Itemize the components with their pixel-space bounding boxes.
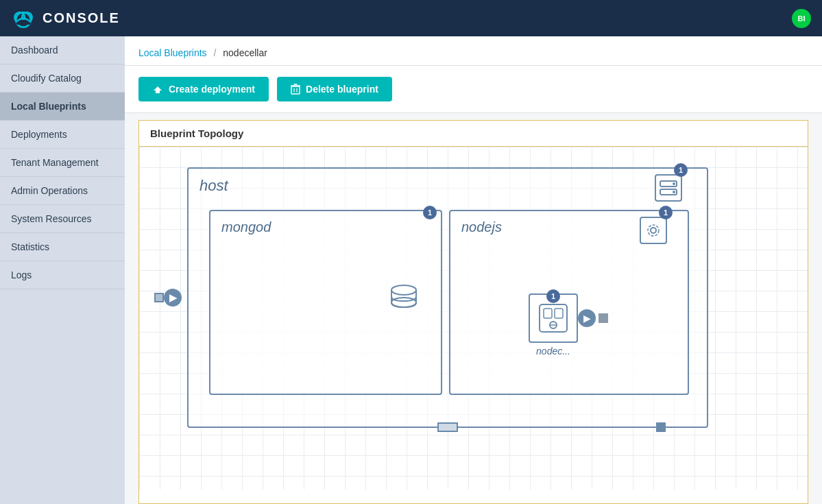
svg-point-10 — [391, 298, 416, 307]
svg-rect-15 — [555, 309, 563, 318]
nodecellar-badge: 1 — [546, 289, 560, 303]
sidebar: Dashboard Cloudify Catalog Local Bluepri… — [0, 36, 125, 504]
breadcrumb: Local Blueprints / nodecellar — [125, 36, 822, 66]
svg-point-11 — [651, 228, 656, 233]
breadcrumb-separator: / — [214, 47, 217, 58]
host-connector-left[interactable]: ▶ — [154, 289, 182, 307]
connector-square — [154, 293, 164, 302]
nodejs-badge: 1 — [659, 206, 673, 219]
main-layout: Dashboard Cloudify Catalog Local Bluepri… — [0, 36, 822, 504]
node-host[interactable]: host 1 ▶ — [187, 167, 708, 428]
delete-blueprint-button[interactable]: Delete blueprint — [277, 77, 392, 101]
trash-icon — [291, 84, 300, 95]
svg-rect-14 — [544, 309, 552, 318]
sidebar-item-deployments[interactable]: Deployments — [0, 121, 125, 149]
header: CONSOLE BI — [0, 0, 822, 36]
server-icon — [659, 178, 678, 197]
nodecellar-arrow[interactable]: ▶ — [578, 309, 596, 327]
sidebar-item-admin-operations[interactable]: Admin Operations — [0, 177, 125, 205]
header-title: CONSOLE — [43, 10, 120, 26]
mongod-icon — [387, 283, 420, 322]
cloud-logo-icon — [11, 6, 36, 31]
nodejs-icon-box — [640, 217, 667, 244]
gear-icon — [644, 221, 662, 239]
sidebar-item-cloudify-catalog[interactable]: Cloudify Catalog — [0, 64, 125, 93]
topology-section: Blueprint Topology host 1 — [138, 120, 808, 504]
deploy-icon — [152, 84, 163, 95]
host-icon-box — [655, 174, 682, 202]
user-badge[interactable]: BI — [792, 9, 811, 28]
nodecellar-icon-box: ▶ 1 — [529, 293, 578, 343]
topology-canvas[interactable]: host 1 ▶ — [139, 147, 808, 490]
svg-point-7 — [673, 182, 675, 185]
mongod-label: mongod — [221, 219, 271, 235]
node-nodejs[interactable]: nodejs 1 — [449, 210, 689, 395]
host-resize-handle[interactable] — [437, 422, 458, 432]
node-nodecellar[interactable]: ▶ 1 nodec... — [519, 293, 588, 369]
toolbar: Create deployment Delete blueprint — [125, 66, 822, 113]
nodejs-label: nodejs — [461, 219, 502, 235]
sidebar-item-local-blueprints[interactable]: Local Blueprints — [0, 93, 125, 121]
host-corner-handle[interactable] — [656, 422, 666, 432]
host-label: host — [200, 177, 228, 195]
nodecellar-right-square — [599, 313, 608, 323]
logo: CONSOLE — [11, 6, 120, 31]
content-area: Local Blueprints / nodecellar Create dep… — [125, 36, 822, 504]
svg-point-12 — [648, 225, 659, 236]
node-mongod[interactable]: mongod 1 — [209, 210, 442, 395]
topology-header: Blueprint Topology — [139, 121, 808, 147]
connector-arrow[interactable]: ▶ — [164, 289, 182, 307]
svg-rect-4 — [291, 86, 300, 94]
host-badge: 1 — [674, 163, 688, 177]
nodecellar-label: nodec... — [536, 346, 570, 357]
create-deployment-button[interactable]: Create deployment — [138, 77, 269, 101]
sidebar-item-system-resources[interactable]: System Resources — [0, 205, 125, 233]
breadcrumb-parent[interactable]: Local Blueprints — [138, 47, 207, 58]
svg-point-9 — [391, 285, 416, 295]
svg-point-8 — [673, 191, 675, 193]
sidebar-item-tenant-management[interactable]: Tenant Management — [0, 149, 125, 177]
sidebar-item-statistics[interactable]: Statistics — [0, 233, 125, 261]
breadcrumb-current: nodecellar — [223, 47, 267, 58]
sidebar-item-logs[interactable]: Logs — [0, 261, 125, 289]
mongod-badge: 1 — [423, 206, 437, 219]
database-icon — [387, 283, 420, 319]
sidebar-item-dashboard[interactable]: Dashboard — [0, 36, 125, 64]
nodecellar-icon — [535, 300, 571, 336]
